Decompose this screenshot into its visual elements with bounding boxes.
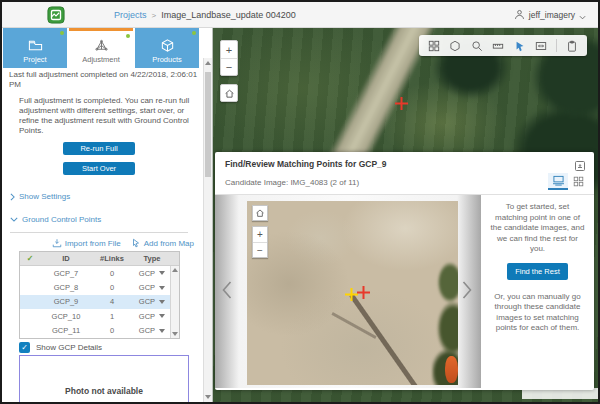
gcp-type: GCP <box>139 312 155 321</box>
folder-icon <box>28 38 43 53</box>
gcp-table-row[interactable]: GCP_8 0 GCP <box>20 280 179 294</box>
top-bar: Projects > Image_Landbase_update 004200 … <box>2 2 598 28</box>
single-view-toggle[interactable] <box>548 173 568 190</box>
user-menu[interactable]: jeff_imagery <box>514 2 586 28</box>
select-gcp-tool[interactable] <box>513 39 526 52</box>
dropdown-arrow-icon <box>159 300 165 304</box>
viewer-zoom-out-button[interactable]: − <box>253 242 267 257</box>
candidate-carousel: + − <box>215 195 481 388</box>
previous-image-arrow[interactable] <box>222 281 232 303</box>
col-header-id: ID <box>40 254 92 263</box>
zoom-in-button[interactable]: + <box>221 41 237 58</box>
scroll-down-icon[interactable] <box>205 395 211 399</box>
view-toggle-group <box>548 173 588 190</box>
collapse-panel-icon[interactable] <box>574 158 586 170</box>
projected-point-red-cross[interactable] <box>357 286 370 299</box>
tab-label: Products <box>152 55 182 64</box>
gcp-table-row[interactable]: GCP_7 0 GCP <box>20 266 179 280</box>
gcp-actions-row: Import from File Add from Map <box>2 238 194 248</box>
scroll-up-icon[interactable] <box>172 268 178 272</box>
map-canvas[interactable]: + − Find/Review Matching Points for GCP_… <box>213 28 598 402</box>
map-zoom-control: + − <box>220 40 238 76</box>
grid-view-toggle[interactable] <box>568 173 588 190</box>
scroll-up-icon[interactable] <box>205 61 211 65</box>
map-toolbar <box>419 35 587 56</box>
divider <box>10 232 188 233</box>
status-dot <box>126 34 130 38</box>
gcp-id: GCP_9 <box>40 297 92 306</box>
import-from-file-label: Import from File <box>65 239 121 248</box>
tab-products[interactable]: Products <box>135 28 199 68</box>
breadcrumb-projects-link[interactable]: Projects <box>114 10 147 20</box>
gcp-type-dropdown[interactable]: GCP <box>132 269 172 278</box>
gcp-table-row[interactable]: GCP_10 1 GCP <box>20 309 179 323</box>
zoom-out-button[interactable]: − <box>221 58 237 75</box>
adjustment-description: Full adjustment is completed. You can re… <box>19 96 193 136</box>
gcp-marker-cross[interactable] <box>395 97 408 110</box>
show-gcp-details-row: ✓ Show GCP Details <box>19 342 102 353</box>
toolbar-separator <box>556 39 557 52</box>
show-settings-link[interactable]: Show Settings <box>10 192 70 201</box>
measure-tool[interactable] <box>492 39 505 52</box>
panel-tabs: Project Adjustment Products <box>3 28 199 68</box>
gcp-type-dropdown[interactable]: GCP <box>132 283 172 292</box>
dropdown-arrow-icon <box>159 286 165 290</box>
manual-text: Or, you can manually go through these ca… <box>481 292 594 334</box>
tab-project[interactable]: Project <box>3 28 67 68</box>
find-the-rest-button[interactable]: Find the Rest <box>507 263 568 280</box>
gcp-table-header: ✓ ID #Links Type <box>20 252 179 266</box>
search-tool[interactable] <box>470 39 483 52</box>
viewer-zoom-in-button[interactable]: + <box>253 227 267 242</box>
scroll-down-icon[interactable] <box>172 332 178 336</box>
basemap-tool[interactable] <box>449 39 462 52</box>
import-from-file-link[interactable]: Import from File <box>52 238 121 248</box>
panel-scrollbar[interactable] <box>203 58 212 402</box>
rerun-full-button[interactable]: Re-run Full <box>63 142 135 155</box>
gcp-table-row[interactable]: GCP_9 4 GCP <box>20 295 179 309</box>
chevron-right-icon <box>10 193 15 201</box>
dropdown-arrow-icon <box>159 329 165 333</box>
candidate-image-viewer[interactable]: + − <box>247 201 458 385</box>
matching-points-panel: Find/Review Matching Points for GCP_9 Ca… <box>215 152 594 390</box>
status-dot <box>60 31 64 35</box>
gcp-links: 4 <box>92 297 132 306</box>
last-adjustment-status: Last full adjustment completed on 4/22/2… <box>9 70 199 89</box>
gcp-section-toggle[interactable]: Ground Control Points <box>10 215 101 224</box>
breadcrumb: Projects > Image_Landbase_update 004200 <box>114 2 296 28</box>
show-gcp-details-label: Show GCP Details <box>36 343 102 352</box>
viewer-home-button[interactable] <box>252 205 268 221</box>
next-image-arrow[interactable] <box>462 281 472 303</box>
gcp-section-label: Ground Control Points <box>22 215 101 224</box>
gcp-type-dropdown[interactable]: GCP <box>132 312 172 321</box>
breadcrumb-separator: > <box>152 11 157 20</box>
add-from-map-label: Add from Map <box>144 239 194 248</box>
extent-tool[interactable] <box>535 39 548 52</box>
matching-panel-title: Find/Review Matching Points for GCP_9 <box>225 159 387 169</box>
tab-adjustment[interactable]: Adjustment <box>69 28 133 68</box>
col-header-links: #Links <box>92 254 132 263</box>
image-grid-tool[interactable] <box>427 39 440 52</box>
start-over-button[interactable]: Start Over <box>63 162 135 175</box>
scrollbar-thumb[interactable] <box>205 72 211 177</box>
user-icon <box>514 6 525 24</box>
gcp-table-body: GCP_7 0 GCP GCP_8 0 GCP GCP_9 4 GCP GCP_… <box>20 266 179 338</box>
import-icon <box>52 238 62 248</box>
matching-instructions: To get started, set matching point in on… <box>481 195 594 388</box>
gcp-id: GCP_7 <box>40 269 92 278</box>
home-extent-button[interactable] <box>220 84 238 102</box>
user-name: jeff_imagery <box>529 10 575 20</box>
gcp-type: GCP <box>139 269 155 278</box>
gcp-id: GCP_8 <box>40 283 92 292</box>
table-scrollbar[interactable] <box>170 266 179 338</box>
show-gcp-details-checkbox[interactable]: ✓ <box>19 342 30 353</box>
gcp-type-dropdown[interactable]: GCP <box>132 326 172 335</box>
gcp-type: GCP <box>139 297 155 306</box>
gcp-type-dropdown[interactable]: GCP <box>132 297 172 306</box>
chevron-down-icon <box>579 6 586 24</box>
check-icon: ✓ <box>20 254 40 263</box>
clipboard-tool[interactable] <box>566 39 579 52</box>
cube-icon <box>160 38 175 53</box>
add-from-map-link[interactable]: Add from Map <box>131 238 194 248</box>
gcp-table-row[interactable]: GCP_11 0 GCP <box>20 324 179 338</box>
home-icon <box>224 88 235 99</box>
